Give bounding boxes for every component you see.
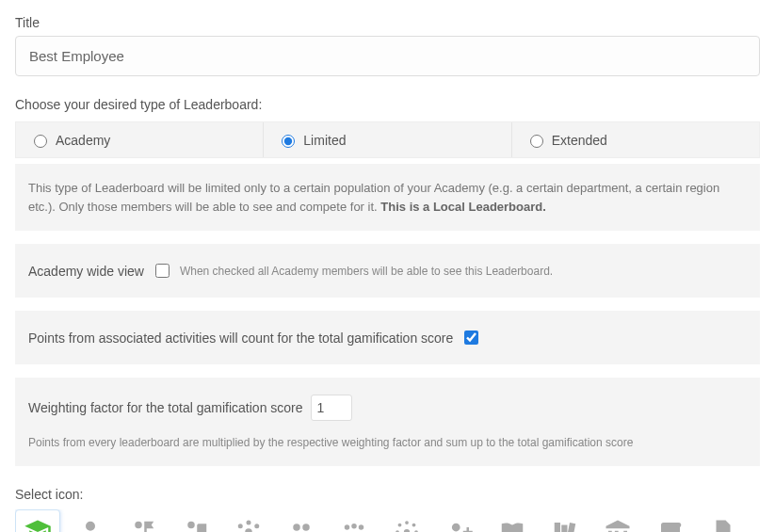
type-radio-academy[interactable] [34, 135, 47, 148]
open-book-icon[interactable] [490, 509, 535, 532]
svg-point-22 [676, 523, 681, 527]
svg-point-8 [302, 524, 310, 531]
sparkle-group-icon[interactable] [384, 509, 429, 532]
person-flag-icon[interactable] [121, 509, 166, 532]
type-option-limited[interactable]: Limited [264, 122, 511, 157]
type-description-text: This type of Leaderboard will be limited… [28, 181, 719, 214]
type-option-label: Academy [56, 133, 110, 148]
svg-point-21 [452, 524, 460, 532]
type-description: This type of Leaderboard will be limited… [15, 164, 760, 231]
weighting-hint: Points from every leaderboard are multip… [28, 436, 747, 449]
svg-point-5 [247, 521, 251, 525]
person-book-icon[interactable] [173, 509, 218, 532]
type-description-bold: This is a Local Leaderboard. [380, 200, 546, 214]
svg-point-10 [351, 524, 357, 529]
title-label: Title [15, 15, 760, 30]
academy-wide-checkbox[interactable] [155, 264, 170, 278]
type-radio-extended[interactable] [530, 135, 543, 148]
svg-point-2 [254, 524, 259, 528]
scroll-icon[interactable] [648, 509, 693, 532]
academy-wide-label: Academy wide view [28, 264, 144, 279]
graduate-icon[interactable] [15, 509, 60, 532]
type-option-extended[interactable]: Extended [512, 122, 759, 157]
person-icon[interactable] [753, 509, 760, 532]
points-count-row: Points from associated activities will c… [15, 311, 760, 364]
group-dots-icon[interactable] [226, 509, 271, 532]
type-option-academy[interactable]: Academy [16, 122, 264, 157]
person-plus-icon[interactable] [437, 509, 482, 532]
svg-point-13 [398, 524, 402, 527]
type-label: Choose your desired type of Leaderboard: [15, 97, 760, 112]
type-option-label: Limited [303, 133, 346, 148]
type-radio-limited[interactable] [282, 135, 295, 148]
svg-point-9 [345, 524, 350, 530]
type-option-label: Extended [552, 133, 607, 148]
points-count-label: Points from associated activities will c… [28, 330, 453, 346]
weighting-input[interactable] [311, 395, 352, 421]
svg-point-7 [293, 524, 300, 531]
svg-point-0 [245, 528, 252, 532]
svg-point-14 [412, 524, 416, 527]
document-icon[interactable] [701, 509, 746, 532]
academy-wide-row: Academy wide view When checked all Acade… [15, 244, 760, 298]
svg-point-1 [238, 524, 243, 528]
books-icon[interactable] [542, 509, 588, 532]
icon-picker-label: Select icon: [15, 487, 760, 502]
svg-point-19 [405, 521, 409, 524]
svg-point-11 [359, 524, 364, 530]
weighting-label: Weighting factor for the total gamificat… [28, 400, 303, 415]
group-three-icon[interactable] [279, 509, 324, 532]
title-input[interactable] [15, 36, 760, 76]
type-radio-group: Academy Limited Extended [15, 121, 760, 158]
person-tie-icon[interactable] [68, 509, 113, 532]
points-count-checkbox[interactable] [464, 330, 478, 345]
icon-picker-row [15, 509, 760, 532]
academy-wide-hint: When checked all Academy members will be… [180, 265, 553, 278]
crowd-icon[interactable] [331, 509, 377, 532]
weighting-row: Weighting factor for the total gamificat… [15, 378, 760, 466]
bank-icon[interactable] [595, 509, 640, 532]
